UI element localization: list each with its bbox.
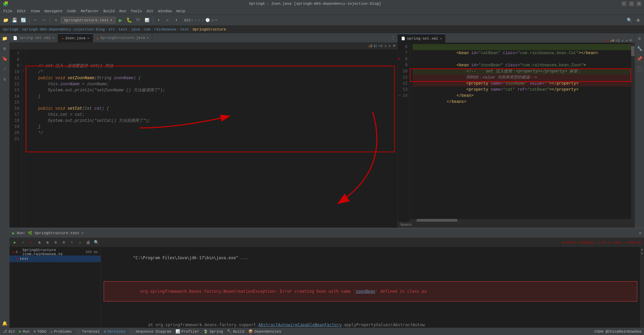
right-sidebar-icon-3[interactable]: 📌: [636, 55, 644, 63]
sidebar-project-icon[interactable]: 📁: [1, 35, 9, 43]
search-everywhere-button[interactable]: 🔍: [626, 17, 633, 24]
trace-link-0[interactable]: AbstractAutowireCapableBeanFactory: [258, 322, 342, 327]
run-sort-alpha-button[interactable]: ⇅: [36, 239, 43, 246]
tabs-overflow-button[interactable]: ⋮: [389, 35, 397, 40]
status-todo[interactable]: ≡ TODO: [34, 330, 46, 334]
right-sidebar-icon-4[interactable]: ⬛: [636, 65, 644, 73]
console-trace-0: at org.springframework.beans.factory.sup…: [109, 316, 637, 328]
run-rerun-button[interactable]: ▶: [12, 239, 18, 246]
breadcrumb-spring6[interactable]: Spring6: [3, 27, 18, 31]
xml-tab-close[interactable]: ✕: [440, 37, 442, 41]
coverage-button[interactable]: 🛡: [134, 17, 142, 24]
xml-scrollbar[interactable]: [410, 219, 635, 222]
back-button[interactable]: ←: [32, 17, 39, 24]
status-spring[interactable]: 🍃 Spring: [203, 329, 223, 334]
run-sort-time-button[interactable]: ⇅: [44, 239, 51, 246]
breadcrumb-java[interactable]: java: [131, 27, 140, 31]
run-search-button[interactable]: 🔍: [93, 239, 100, 246]
vcs-update-button[interactable]: ⬇: [155, 17, 163, 24]
breadcrumb-test[interactable]: test: [119, 27, 127, 31]
run-scroll-top-button[interactable]: ↑: [68, 239, 75, 246]
tab-zoon-java[interactable]: ☕ Zoon.java ✕: [58, 34, 93, 42]
git-clock-icon: 🕐: [205, 18, 210, 22]
run-tree-item-0[interactable]: ● 9 ✕ SpringStructure (com.rainbowsea.te…: [9, 249, 101, 255]
title-bar-controls[interactable]: ─ □ ✕: [622, 1, 641, 6]
vcs-commit-button[interactable]: ✓: [164, 17, 171, 24]
run-configuration-selector[interactable]: SpringStructure.test ▾: [61, 17, 116, 23]
settings-button[interactable]: ⚙: [635, 17, 642, 24]
debug-button[interactable]: 🐛: [126, 17, 133, 24]
profile-button[interactable]: 📊: [143, 17, 151, 24]
run-fail-filter-button[interactable]: ✕: [28, 239, 35, 246]
menu-item-edit[interactable]: Edit: [15, 8, 28, 14]
run-tree-item-1[interactable]: ● test: [9, 255, 101, 262]
right-sidebar-icon-2[interactable]: 🔧: [636, 45, 644, 53]
vcs-push-button[interactable]: ⬆: [173, 17, 180, 24]
status-services[interactable]: ⚙ Services: [104, 329, 125, 334]
status-dependencies[interactable]: 📦 Dependencies: [248, 329, 281, 334]
error-link-zoonBean[interactable]: zoonBean: [356, 289, 375, 294]
status-problems[interactable]: ⚠ Problems: [50, 329, 71, 334]
menu-item-file[interactable]: File: [1, 8, 14, 14]
git-area: Git: ✓ ✓ ↑ 🕐 ↺ ⌨: [184, 18, 217, 22]
xml-collapse-icon[interactable]: 👁: [629, 39, 632, 43]
breadcrumb: Spring6 › spring6-003-dependency-injecti…: [0, 26, 644, 33]
run-expand-button[interactable]: ≡: [52, 239, 59, 246]
menu-item-window[interactable]: Window: [156, 8, 174, 14]
git-translate-icon: ⌨: [215, 18, 217, 22]
minimize-button[interactable]: ─: [622, 1, 626, 6]
sidebar-bookmark-icon[interactable]: 🔖: [1, 55, 9, 63]
save-all-button[interactable]: 💾: [11, 17, 18, 24]
tab-spring-structure-java[interactable]: ☕ SpringStructure.java ✕: [93, 34, 153, 42]
status-profiler[interactable]: 📊 Profiler: [175, 329, 200, 334]
breadcrumb-rainbowsea[interactable]: rainbowsea: [154, 27, 176, 31]
tab-close-xml[interactable]: ✕: [52, 36, 54, 40]
xml-right-scroll-thumb[interactable]: [631, 46, 635, 56]
right-sidebar-icon-1[interactable]: ⚙: [636, 35, 644, 43]
sync-button[interactable]: 🔄: [20, 17, 27, 24]
breadcrumb-com[interactable]: com: [144, 27, 150, 31]
menu-item-git[interactable]: Git: [145, 8, 155, 14]
forward-button[interactable]: →: [40, 17, 48, 24]
sidebar-structure-icon[interactable]: ⊞: [1, 45, 9, 53]
sidebar-pull-requests-icon[interactable]: ⇅: [1, 75, 9, 83]
sidebar-commit-icon[interactable]: ✓: [1, 65, 9, 73]
close-button[interactable]: ✕: [637, 1, 641, 6]
xml-right-scrollbar[interactable]: [631, 43, 635, 228]
breadcrumb-hide-icon[interactable]: 👁: [393, 44, 396, 48]
run-scroll-bottom-button[interactable]: ↓: [77, 239, 83, 246]
tab-close-spring-structure[interactable]: ✕: [147, 36, 149, 40]
sidebar-notifications-icon[interactable]: 🔔: [1, 319, 9, 328]
breadcrumb-src[interactable]: src: [108, 27, 115, 31]
menu-item-build[interactable]: Build: [101, 8, 117, 14]
run-print-button[interactable]: 🖨: [85, 239, 91, 246]
menu-item-refactor[interactable]: Refactor: [79, 8, 101, 14]
status-sequence-diagram[interactable]: ⬛ Sequence Diagram: [129, 329, 171, 334]
menu-item-code[interactable]: Code: [65, 8, 78, 14]
menu-item-help[interactable]: Help: [174, 8, 187, 14]
menu-item-run[interactable]: Run: [117, 8, 128, 14]
tab-close-zoon[interactable]: ✕: [87, 36, 89, 40]
run-pass-filter-button[interactable]: ✓: [20, 239, 26, 246]
run-panel-close-tab[interactable]: ✕: [81, 231, 84, 235]
menu-item-navigate[interactable]: Navigate: [42, 8, 64, 14]
run-scroll-down-button[interactable]: ▼: [640, 251, 644, 255]
run-collapse-button[interactable]: ≡: [60, 239, 67, 246]
run-button[interactable]: ▶: [117, 17, 124, 24]
breadcrumb-project[interactable]: spring6-003-dependency-injection-blog: [22, 27, 105, 31]
status-terminal[interactable]: ⬛ Terminal: [76, 329, 100, 334]
maximize-button[interactable]: □: [629, 1, 634, 6]
xml-scroll-thumb[interactable]: [417, 219, 457, 222]
breadcrumb-testpkg[interactable]: test: [180, 27, 189, 31]
status-git[interactable]: ⎇ Git: [3, 329, 15, 334]
tab-spring-set-xml-right[interactable]: 📄 spring-set.xml ✕: [398, 34, 445, 43]
status-run[interactable]: ▶ Run: [19, 329, 29, 334]
menu-item-view[interactable]: View: [29, 8, 42, 14]
run-item-fail-icon2: ✕: [19, 250, 21, 254]
status-build[interactable]: 🔨 Build: [227, 329, 244, 334]
project-icon[interactable]: 📁: [2, 17, 9, 24]
menu-item-tools[interactable]: Tools: [129, 8, 144, 14]
run-panel-settings-button[interactable]: ⚙: [639, 231, 641, 235]
run-scroll-up-button[interactable]: ▲: [640, 247, 644, 251]
tab-spring-set-xml[interactable]: 📄 spring-set.xml ✕: [9, 34, 58, 42]
